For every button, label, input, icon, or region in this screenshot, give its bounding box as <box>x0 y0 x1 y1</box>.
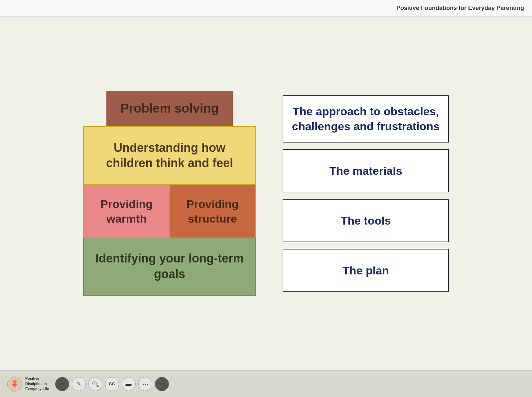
right-box-3-text: The plan <box>342 263 389 278</box>
logo-area: PositiveDiscipline inEveryday Life <box>7 376 49 392</box>
pyramid-structure-block: Providing structure <box>170 185 256 238</box>
logo-icon <box>7 376 23 392</box>
right-box-0: The approach to obstacles, challenges an… <box>283 95 449 142</box>
top-bar: Positive Foundations for Everyday Parent… <box>0 0 532 17</box>
pyramid-bottom-block: Identifying your long-term goals <box>83 238 256 296</box>
pyramid-bottom-label: Identifying your long-term goals <box>95 251 244 281</box>
pyramid-top-label: Problem solving <box>120 101 219 115</box>
page-title: Positive Foundations for Everyday Parent… <box>396 5 524 12</box>
more-button[interactable]: ⋯ <box>138 377 152 391</box>
pyramid-middle-split: Providing warmth Providing structure <box>83 185 256 238</box>
cc-button[interactable]: CC <box>105 377 119 391</box>
back-button[interactable]: ← <box>55 377 69 391</box>
right-box-2-text: The tools <box>340 213 391 228</box>
pyramid-top-block: Problem solving <box>106 91 233 126</box>
forward-button[interactable]: → <box>155 377 169 391</box>
pyramid-section: Problem solving Understanding how childr… <box>83 91 256 296</box>
right-box-2: The tools <box>283 199 449 242</box>
logo-text: PositiveDiscipline inEveryday Life <box>25 376 49 391</box>
pyramid-warmth-label: Providing warmth <box>100 198 153 225</box>
right-box-1-text: The materials <box>329 163 402 178</box>
pyramid-warmth-block: Providing warmth <box>84 185 170 238</box>
right-box-1: The materials <box>283 149 449 192</box>
right-box-3: The plan <box>283 249 449 292</box>
svg-point-1 <box>11 381 14 384</box>
right-boxes-section: The approach to obstacles, challenges an… <box>283 95 449 292</box>
bottom-toolbar: PositiveDiscipline inEveryday Life ← ✎ 🔍… <box>0 370 532 397</box>
right-box-0-text: The approach to obstacles, challenges an… <box>290 104 442 133</box>
pencil-button[interactable]: ✎ <box>72 377 86 391</box>
main-content: Problem solving Understanding how childr… <box>0 17 532 370</box>
pyramid-structure-label: Providing structure <box>187 198 239 225</box>
pyramid-middle-large-label: Understanding how children think and fee… <box>106 141 233 170</box>
screen-button[interactable]: ▬ <box>122 377 136 391</box>
svg-point-2 <box>15 381 18 384</box>
pyramid-middle-large-block: Understanding how children think and fee… <box>83 126 256 185</box>
search-button[interactable]: 🔍 <box>88 377 102 391</box>
